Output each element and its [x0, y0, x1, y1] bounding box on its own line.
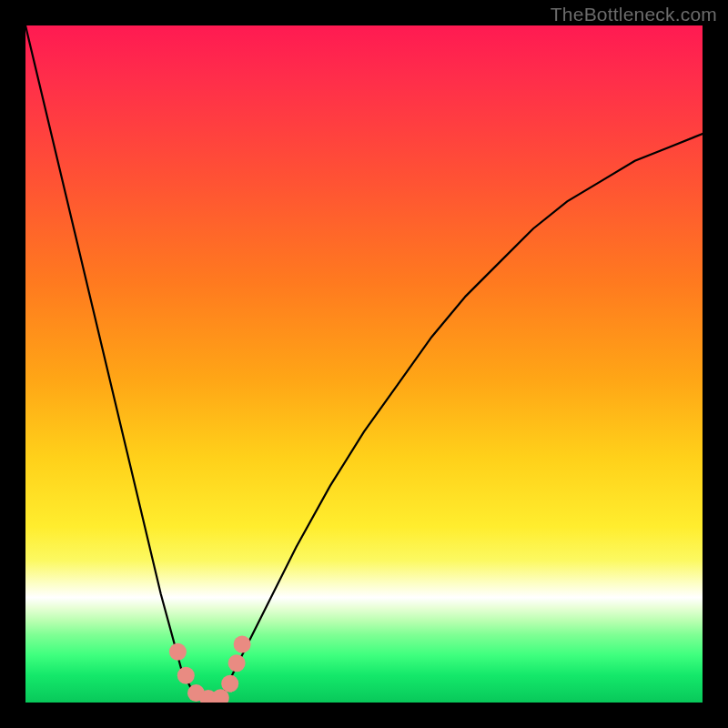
curve-marker — [169, 643, 187, 661]
curve-marker — [234, 636, 251, 653]
bottleneck-curve — [25, 25, 703, 703]
curve-marker — [228, 654, 246, 672]
bottleneck-chart — [25, 25, 703, 703]
curve-markers — [169, 636, 251, 703]
chart-frame — [25, 25, 703, 703]
watermark-text: TheBottleneck.com — [551, 4, 717, 25]
curve-marker — [221, 675, 238, 693]
curve-marker — [177, 667, 195, 684]
